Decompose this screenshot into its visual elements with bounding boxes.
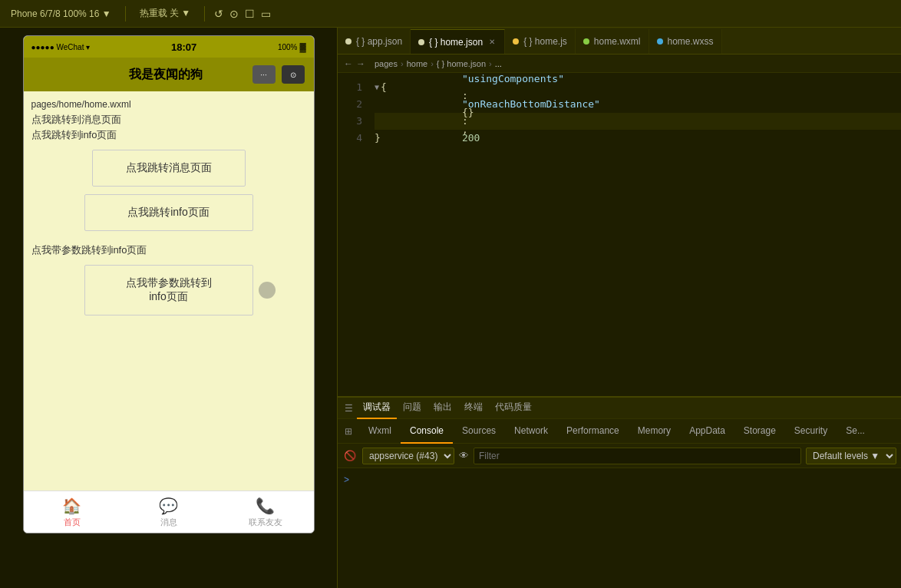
tab-dot-home-json bbox=[418, 39, 424, 45]
code-close-brace: } bbox=[375, 130, 381, 147]
code-area[interactable]: ▼ { "usingComponents" : {} , "onReachBot… bbox=[368, 73, 901, 396]
tab-dot-app-json bbox=[345, 38, 351, 45]
dt2-tab-sources[interactable]: Sources bbox=[453, 419, 505, 444]
phone-tab-contact[interactable]: 📞 联系友友 bbox=[217, 491, 314, 533]
tab-label-home-json: { } home.json bbox=[429, 37, 483, 48]
phone-bottom-tabs: 🏠 首页 💬 消息 📞 联系友友 bbox=[24, 491, 314, 533]
dt-tab-terminal[interactable]: 终端 bbox=[458, 398, 489, 419]
phone-text3: 点我带参数跳转到info页面 bbox=[31, 243, 306, 257]
home-tab-label: 首页 bbox=[64, 517, 81, 528]
dt2-tab-more[interactable]: Se... bbox=[837, 419, 874, 444]
window-icon[interactable]: ☐ bbox=[245, 8, 255, 20]
contact-tab-icon: 📞 bbox=[256, 497, 275, 515]
tab-label-home-wxml: home.wxml bbox=[594, 36, 641, 47]
tab-home-wxml[interactable]: home.wxml bbox=[576, 29, 649, 54]
breadcrumb-sep1: › bbox=[401, 59, 404, 68]
phone-nav-title: 我是夜闻的狗 bbox=[129, 67, 203, 83]
line-num-2: 2 bbox=[338, 96, 362, 113]
phone-path: pages/home/home.wxml bbox=[31, 99, 306, 110]
dt2-tab-storage[interactable]: Storage bbox=[734, 419, 785, 444]
dt2-tab-performance[interactable]: Performance bbox=[557, 419, 629, 444]
phone-nav-icons: ··· ⊙ bbox=[252, 65, 305, 84]
phone-carrier: ●●●●● WeChat ▾ bbox=[31, 43, 91, 51]
tab-label-app-json: { } app.json bbox=[356, 36, 402, 47]
line-num-4: 4 bbox=[338, 130, 362, 147]
dt2-tab-security[interactable]: Security bbox=[785, 419, 837, 444]
dt2-tab-memory[interactable]: Memory bbox=[629, 419, 680, 444]
editor-breadcrumb: ← → pages › home › { } home.json › ... bbox=[338, 55, 901, 73]
phone-btn-info-params[interactable]: 点我带参数跳转到info页面 bbox=[84, 265, 253, 315]
dt-tab-output[interactable]: 输出 bbox=[427, 398, 458, 419]
devtools-toolbar: 🚫 appservice (#43) 👁 Default levels ▼ bbox=[338, 444, 901, 468]
levels-select[interactable]: Default levels ▼ bbox=[806, 448, 896, 464]
phone-status-bar: ●●●●● WeChat ▾ 18:07 100% ▓ bbox=[24, 36, 314, 58]
panel-icon[interactable]: ▭ bbox=[261, 8, 271, 20]
devtools-console[interactable]: > bbox=[338, 468, 901, 588]
phone-btn-info[interactable]: 点我跳转info页面 bbox=[84, 194, 253, 231]
phone-battery: 100% ▓ bbox=[278, 42, 306, 51]
phone-tab-msg[interactable]: 💬 消息 bbox=[120, 491, 217, 533]
dt2-tab-wxml[interactable]: Wxml bbox=[359, 419, 401, 444]
stop-icon[interactable]: ⊙ bbox=[229, 8, 239, 20]
phone-nav-bar: 我是夜闻的狗 ··· ⊙ bbox=[24, 58, 314, 91]
toolbar-left: Phone 6/7/8 100% 16 ▼ 热重载 关 ▼ ↺ ⊙ ☐ ▭ bbox=[6, 5, 271, 21]
breadcrumb-forward-btn[interactable]: → bbox=[356, 58, 365, 69]
breadcrumb-back-btn[interactable]: ← bbox=[344, 58, 353, 69]
phone-panel: ●●●●● WeChat ▾ 18:07 100% ▓ 我是夜闻的狗 ··· ⊙… bbox=[0, 28, 338, 588]
phone-nav-dots[interactable]: ··· bbox=[252, 65, 276, 84]
breadcrumb-sep2: › bbox=[431, 59, 434, 68]
phone-time: 18:07 bbox=[171, 41, 196, 53]
code-open-brace: { bbox=[381, 79, 387, 96]
tab-home-js[interactable]: { } home.js bbox=[505, 29, 576, 54]
breadcrumb-home: home bbox=[407, 59, 428, 68]
line-num-1: 1 bbox=[338, 79, 362, 96]
editor-panel: { } app.json { } home.json ✕ { } home.js… bbox=[338, 28, 901, 588]
contact-tab-label: 联系友友 bbox=[249, 517, 282, 528]
tab-home-wxss[interactable]: home.wxss bbox=[649, 29, 722, 54]
dt-tab-issues[interactable]: 问题 bbox=[397, 398, 427, 419]
clear-console-icon[interactable]: 🚫 bbox=[342, 448, 358, 463]
dt2-tab-console[interactable]: Console bbox=[401, 419, 453, 444]
phone-text2: 点我跳转到info页面 bbox=[31, 128, 306, 142]
phone-frame: ●●●●● WeChat ▾ 18:07 100% ▓ 我是夜闻的狗 ··· ⊙… bbox=[23, 35, 315, 533]
tab-label-home-wxss: home.wxss bbox=[668, 36, 714, 47]
breadcrumb-pages: pages bbox=[375, 59, 398, 68]
refresh-icon[interactable]: ↺ bbox=[214, 8, 223, 20]
dt2-tab-network[interactable]: Network bbox=[505, 419, 557, 444]
phone-text1: 点我跳转到消息页面 bbox=[31, 113, 306, 127]
breadcrumb-sep3: › bbox=[489, 59, 492, 68]
context-select[interactable]: appservice (#43) bbox=[362, 448, 454, 464]
console-arrow-icon: > bbox=[344, 474, 349, 485]
dt2-tab-appdata[interactable]: AppData bbox=[680, 419, 734, 444]
breadcrumb-current: ... bbox=[495, 59, 502, 68]
devtools-sidebar-toggle[interactable]: ☰ bbox=[341, 401, 357, 415]
toolbar-sep-2 bbox=[204, 6, 205, 21]
hot-reload-btn[interactable]: 热重载 关 ▼ bbox=[135, 5, 196, 21]
phone-btn-msg[interactable]: 点我跳转消息页面 bbox=[92, 150, 246, 187]
dt-tab-debugger[interactable]: 调试器 bbox=[357, 398, 397, 419]
tab-close-home-json[interactable]: ✕ bbox=[487, 37, 497, 47]
code-line-3: "onReachBottomDistance" : 200 bbox=[375, 113, 901, 130]
filter-input[interactable] bbox=[474, 448, 801, 464]
dt-tab-code-quality[interactable]: 代码质量 bbox=[489, 398, 538, 419]
devtools-sidebar-icon[interactable]: ⊞ bbox=[338, 419, 359, 444]
tab-dot-home-wxml bbox=[583, 38, 589, 45]
msg-tab-icon: 💬 bbox=[159, 497, 178, 515]
tab-app-json[interactable]: { } app.json bbox=[338, 29, 411, 54]
editor-tabs: { } app.json { } home.json ✕ { } home.js… bbox=[338, 28, 901, 55]
device-selector[interactable]: Phone 6/7/8 100% 16 ▼ bbox=[6, 7, 116, 21]
toolbar-sep-1 bbox=[125, 6, 126, 21]
ripple-effect bbox=[259, 282, 276, 299]
fold-arrow-1[interactable]: ▼ bbox=[375, 79, 379, 96]
eye-icon[interactable]: 👁 bbox=[459, 450, 469, 461]
phone-nav-home[interactable]: ⊙ bbox=[282, 65, 305, 84]
devtools-second-tabs: ⊞ Wxml Console Sources Network Performan… bbox=[338, 419, 901, 444]
msg-tab-label: 消息 bbox=[160, 517, 177, 528]
devtools-top-tabs: ☰ 调试器 问题 输出 终端 代码质量 bbox=[338, 398, 901, 419]
console-prompt: > bbox=[344, 474, 895, 485]
tab-home-json[interactable]: { } home.json ✕ bbox=[411, 29, 505, 54]
phone-tab-home[interactable]: 🏠 首页 bbox=[24, 491, 120, 533]
tab-dot-home-js bbox=[513, 38, 519, 45]
editor-code: 1 2 3 4 ▼ { "usingComponents" : {} , bbox=[338, 73, 901, 396]
tab-label-home-js: { } home.js bbox=[523, 36, 567, 47]
